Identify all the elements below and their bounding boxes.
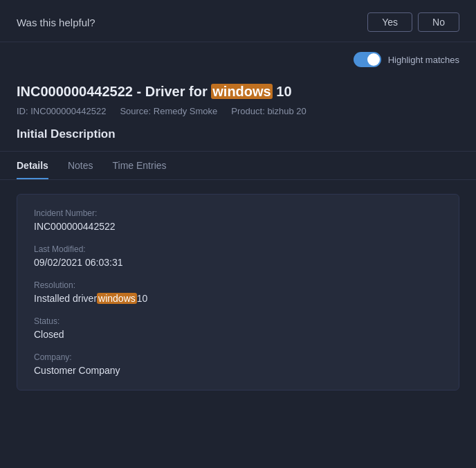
status-value: Closed [34,329,442,340]
helpful-text: Was this helpful? [17,17,95,28]
field-incident-number: Incident Number: INC000000442522 [34,208,442,232]
resolution-suffix: 10 [137,293,148,304]
tab-details[interactable]: Details [17,160,48,179]
resolution-prefix: Installed driver [34,293,97,304]
last-modified-label: Last Modified: [34,244,442,254]
details-card: Incident Number: INC000000442522 Last Mo… [17,194,459,390]
tabs: Details Notes Time Entries [0,152,476,180]
resolution-value: Installed driver windows 10 [34,293,442,304]
company-value: Customer Company [34,365,442,376]
top-bar: Was this helpful? Yes No [0,0,476,42]
highlight-toggle[interactable] [354,52,381,67]
btn-group: Yes No [367,12,459,32]
incident-title-prefix: INC000000442522 - Driver for [17,84,211,99]
resolution-highlight: windows [97,293,137,304]
toggle-thumb [367,53,380,66]
status-label: Status: [34,316,442,326]
field-last-modified: Last Modified: 09/02/2021 06:03:31 [34,244,442,268]
tab-notes[interactable]: Notes [68,160,93,179]
meta-row: ID: INC000000442522 Source: Remedy Smoke… [17,106,459,116]
last-modified-value: 09/02/2021 06:03:31 [34,257,442,268]
source-label: Source: [120,106,151,116]
initial-description-heading: Initial Description [17,127,459,141]
incident-product: Product: bizhub 20 [231,106,306,116]
main-content: INC000000442522 - Driver for windows 10 … [0,70,476,141]
incident-title-highlight: windows [211,84,272,99]
field-status: Status: Closed [34,316,442,340]
product-value: bizhub 20 [267,106,306,116]
incident-title-suffix: 10 [273,84,292,99]
company-label: Company: [34,352,442,362]
source-value: Remedy Smoke [154,106,217,116]
incident-id: ID: INC000000442522 [17,106,106,116]
field-resolution: Resolution: Installed driver windows 10 [34,280,442,304]
highlight-matches-label: Highlight matches [388,55,459,65]
incident-number-label: Incident Number: [34,208,442,218]
field-company: Company: Customer Company [34,352,442,376]
product-label: Product: [231,106,264,116]
incident-number-value: INC000000442522 [34,221,442,232]
resolution-label: Resolution: [34,280,442,290]
id-value: INC000000442522 [30,106,106,116]
highlight-matches-row: Highlight matches [0,42,476,70]
incident-title: INC000000442522 - Driver for windows 10 [17,82,459,100]
incident-source: Source: Remedy Smoke [120,106,217,116]
id-label: ID: [17,106,28,116]
yes-button[interactable]: Yes [367,12,412,32]
tab-time-entries[interactable]: Time Entries [113,160,167,179]
no-button[interactable]: No [418,12,459,32]
